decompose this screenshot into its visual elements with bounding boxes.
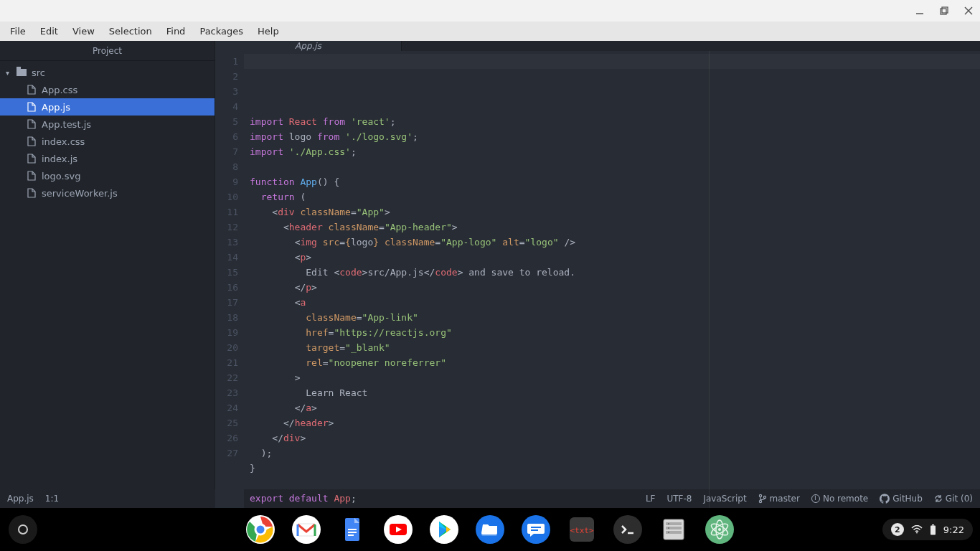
file-icon bbox=[26, 136, 37, 146]
tree-file[interactable]: serviceWorker.js bbox=[0, 184, 215, 202]
battery-icon bbox=[930, 524, 936, 535]
window-titlebar bbox=[0, 0, 980, 22]
svg-rect-2 bbox=[942, 7, 948, 13]
menu-view[interactable]: View bbox=[65, 23, 102, 39]
file-label: App.test.js bbox=[42, 119, 91, 130]
shelf-app-play[interactable] bbox=[429, 514, 459, 545]
editor-pane: App.js 123456789101112131415161718192021… bbox=[215, 41, 980, 489]
svg-point-41 bbox=[916, 532, 918, 534]
code-line: <header className="App-header"> bbox=[250, 220, 980, 235]
shelf-app-chrome[interactable] bbox=[245, 514, 275, 545]
notification-badge[interactable]: 2 bbox=[891, 523, 904, 536]
cursor-line-highlight bbox=[244, 54, 980, 69]
line-gutter: 1234567891011121314151617181920212223242… bbox=[215, 51, 244, 521]
file-label: serviceWorker.js bbox=[42, 188, 118, 199]
code-area[interactable]: import React from 'react';import logo fr… bbox=[244, 51, 980, 521]
menu-file[interactable]: File bbox=[3, 23, 33, 39]
status-cursor[interactable]: 1:1 bbox=[45, 494, 59, 504]
tree-file[interactable]: App.test.js bbox=[0, 116, 215, 133]
shelf-app-file-manager[interactable] bbox=[659, 514, 689, 545]
shelf-app-text[interactable]: <txt> bbox=[567, 514, 597, 545]
svg-rect-42 bbox=[932, 524, 934, 526]
maximize-button[interactable] bbox=[938, 5, 950, 17]
svg-point-34 bbox=[668, 527, 669, 529]
shelf-app-atom[interactable] bbox=[705, 514, 735, 545]
file-icon bbox=[26, 188, 37, 198]
info-icon: i bbox=[811, 494, 820, 503]
code-line: <a bbox=[250, 295, 980, 310]
code-line: </a> bbox=[250, 400, 980, 415]
shelf-app-files[interactable] bbox=[475, 514, 505, 545]
code-line: Edit <code>src/App.js</code> and save to… bbox=[250, 265, 980, 280]
code-line: import './App.css'; bbox=[250, 144, 980, 159]
tree-file[interactable]: App.css bbox=[0, 81, 215, 98]
svg-rect-17 bbox=[348, 534, 354, 536]
code-line: import React from 'react'; bbox=[250, 114, 980, 129]
code-line: export default App; bbox=[250, 491, 980, 506]
code-line: ); bbox=[250, 446, 980, 461]
file-label: App.js bbox=[42, 102, 70, 113]
code-line: </p> bbox=[250, 280, 980, 295]
menu-selection[interactable]: Selection bbox=[102, 23, 159, 39]
menu-help[interactable]: Help bbox=[250, 23, 286, 39]
system-tray[interactable]: 2 9:22 bbox=[882, 519, 973, 540]
code-line: <div className="App"> bbox=[250, 204, 980, 220]
tree-folder-src[interactable]: ▾ src bbox=[0, 64, 215, 81]
code-line: import logo from './logo.svg'; bbox=[250, 129, 980, 144]
chevron-down-icon: ▾ bbox=[6, 69, 13, 77]
clock: 9:22 bbox=[943, 524, 964, 535]
main-area: Project ▾ src App.cssApp.jsApp.test.jsin… bbox=[0, 41, 980, 489]
svg-text:<txt>: <txt> bbox=[570, 526, 593, 535]
minimize-button[interactable] bbox=[914, 5, 925, 17]
file-icon bbox=[26, 154, 37, 164]
file-icon bbox=[26, 85, 37, 95]
wifi-icon bbox=[911, 525, 923, 534]
code-line: <img src={logo} className="App-logo" alt… bbox=[250, 235, 980, 250]
tab-app-js[interactable]: App.js bbox=[215, 41, 402, 51]
svg-point-11 bbox=[255, 524, 265, 534]
shelf-app-docs[interactable] bbox=[337, 514, 367, 545]
tree-file[interactable]: index.js bbox=[0, 150, 215, 167]
close-button[interactable] bbox=[963, 5, 974, 17]
file-label: App.css bbox=[42, 85, 77, 95]
code-line: target="_blank" bbox=[250, 340, 980, 355]
svg-point-35 bbox=[668, 532, 669, 533]
svg-point-40 bbox=[718, 528, 721, 531]
launcher-button[interactable] bbox=[9, 515, 37, 544]
launcher-icon bbox=[18, 524, 28, 534]
code-line: function App() { bbox=[250, 174, 980, 189]
tree-file[interactable]: index.css bbox=[0, 133, 215, 150]
file-tree: ▾ src App.cssApp.jsApp.test.jsindex.cssi… bbox=[0, 61, 215, 202]
menu-find[interactable]: Find bbox=[159, 23, 193, 39]
file-icon bbox=[26, 119, 37, 129]
os-shelf: <txt> 2 9:22 bbox=[0, 508, 980, 551]
svg-rect-43 bbox=[930, 525, 936, 534]
code-line: </div> bbox=[250, 430, 980, 446]
file-icon bbox=[26, 171, 37, 181]
shelf-app-gmail[interactable] bbox=[291, 514, 321, 545]
shelf-app-youtube[interactable] bbox=[383, 514, 413, 545]
editor-body[interactable]: 1234567891011121314151617181920212223242… bbox=[215, 51, 980, 521]
svg-rect-15 bbox=[348, 529, 357, 530]
menu-packages[interactable]: Packages bbox=[192, 23, 250, 39]
file-label: index.js bbox=[42, 154, 77, 164]
code-line: rel="noopener noreferrer" bbox=[250, 355, 980, 370]
code-line: > bbox=[250, 370, 980, 385]
status-filename[interactable]: App.js bbox=[7, 494, 34, 504]
menu-edit[interactable]: Edit bbox=[33, 23, 65, 39]
folder-icon bbox=[16, 69, 27, 76]
code-line bbox=[250, 476, 980, 491]
shelf-apps: <txt> bbox=[245, 514, 735, 545]
file-label: logo.svg bbox=[42, 171, 80, 182]
tree-file[interactable]: logo.svg bbox=[0, 167, 215, 184]
code-line: <p> bbox=[250, 250, 980, 265]
code-line: Learn React bbox=[250, 385, 980, 400]
project-sidebar: Project ▾ src App.cssApp.jsApp.test.jsin… bbox=[0, 41, 215, 489]
shelf-app-terminal[interactable] bbox=[613, 514, 643, 545]
tree-file[interactable]: App.js bbox=[0, 98, 215, 116]
sidebar-title: Project bbox=[0, 41, 215, 61]
file-label: index.css bbox=[42, 136, 85, 147]
shelf-app-messages[interactable] bbox=[521, 514, 551, 545]
svg-rect-23 bbox=[531, 527, 541, 528]
svg-rect-16 bbox=[348, 532, 357, 533]
